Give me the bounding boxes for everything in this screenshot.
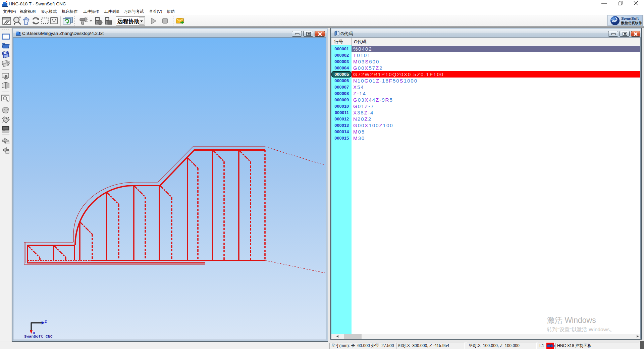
svg-text:SwanSoft CNC: SwanSoft CNC <box>24 334 53 339</box>
svg-text:Z: Z <box>45 319 47 324</box>
